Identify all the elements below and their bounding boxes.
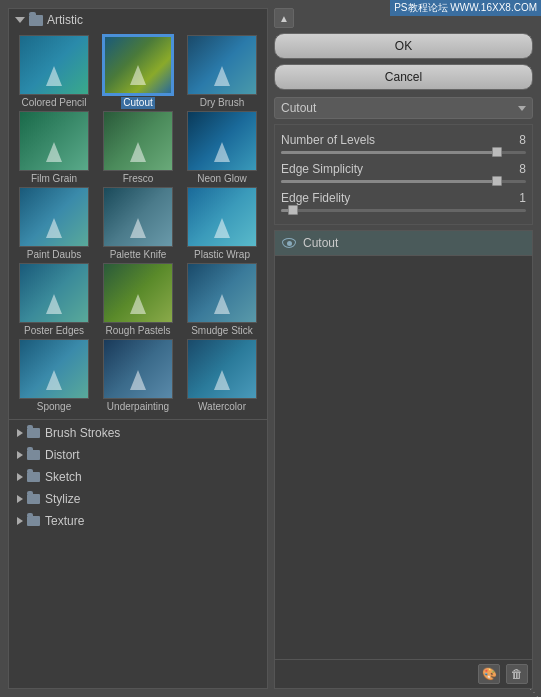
- divider: [9, 419, 267, 420]
- slider-value-1: 8: [506, 162, 526, 176]
- layer-row: Cutout: [275, 231, 532, 256]
- slider-wrapper-0: Number of Levels8: [281, 131, 526, 160]
- category-list: Brush StrokesDistortSketchStylizeTexture: [9, 422, 267, 532]
- dropdown-arrow-icon: [518, 106, 526, 111]
- slider-row-1: Edge Simplicity8: [281, 160, 526, 178]
- category-item-distort[interactable]: Distort: [9, 444, 267, 466]
- slider-track-0[interactable]: [281, 151, 526, 154]
- cancel-button[interactable]: Cancel: [274, 64, 533, 90]
- delete-effect-button[interactable]: 🗑: [506, 664, 528, 684]
- slider-name-1: Edge Simplicity: [281, 162, 502, 176]
- slider-fill-1: [281, 180, 497, 183]
- filter-label-fresco: Fresco: [123, 173, 154, 185]
- category-expand-icon: [17, 429, 23, 437]
- filter-label-plastic-wrap: Plastic Wrap: [194, 249, 250, 261]
- filter-thumb-palette-knife: [103, 187, 173, 247]
- slider-row-2: Edge Fidelity1: [281, 189, 526, 207]
- category-expand-icon: [17, 451, 23, 459]
- watermark-text: PS教程论坛 WWW.16XX8.COM: [394, 2, 537, 13]
- filter-thumb-rough-pastels: [103, 263, 173, 323]
- category-item-texture[interactable]: Texture: [9, 510, 267, 532]
- slider-wrapper-1: Edge Simplicity8: [281, 160, 526, 189]
- expand-icon: ▲: [279, 13, 289, 24]
- filter-thumb-neon-glow: [187, 111, 257, 171]
- bottom-toolbar: 🎨 🗑: [275, 659, 532, 688]
- category-label-sketch: Sketch: [45, 470, 82, 484]
- slider-track-container-0[interactable]: [281, 149, 526, 160]
- layer-section: Cutout 🎨 🗑: [274, 230, 533, 689]
- slider-thumb-0[interactable]: [492, 147, 502, 157]
- filter-item-cutout[interactable]: Cutout: [97, 35, 179, 109]
- slider-track-container-2[interactable]: [281, 207, 526, 218]
- layer-label: Cutout: [303, 236, 526, 250]
- slider-name-2: Edge Fidelity: [281, 191, 502, 205]
- add-effect-icon: 🎨: [482, 667, 497, 681]
- category-expand-icon: [17, 473, 23, 481]
- filter-thumb-watercolor: [187, 339, 257, 399]
- filter-thumb-plastic-wrap: [187, 187, 257, 247]
- slider-row-0: Number of Levels8: [281, 131, 526, 149]
- category-item-sketch[interactable]: Sketch: [9, 466, 267, 488]
- slider-value-2: 1: [506, 191, 526, 205]
- filter-item-rough-pastels[interactable]: Rough Pastels: [97, 263, 179, 337]
- slider-track-1[interactable]: [281, 180, 526, 183]
- filter-label-film-grain: Film Grain: [31, 173, 77, 185]
- slider-value-0: 8: [506, 133, 526, 147]
- artistic-section-header[interactable]: Artistic: [9, 9, 267, 31]
- delete-effect-icon: 🗑: [511, 667, 523, 681]
- filter-label-paint-daubs: Paint Daubs: [27, 249, 81, 261]
- eye-icon: [282, 238, 296, 248]
- params-area: Number of Levels8Edge Simplicity8Edge Fi…: [274, 124, 533, 225]
- filter-item-sponge[interactable]: Sponge: [13, 339, 95, 413]
- expand-triangle-icon: [15, 17, 25, 23]
- slider-name-0: Number of Levels: [281, 133, 502, 147]
- filter-item-film-grain[interactable]: Film Grain: [13, 111, 95, 185]
- filter-label-neon-glow: Neon Glow: [197, 173, 246, 185]
- filter-label-underpainting: Underpainting: [107, 401, 169, 413]
- filter-thumb-film-grain: [19, 111, 89, 171]
- category-item-brush-strokes[interactable]: Brush Strokes: [9, 422, 267, 444]
- slider-track-2[interactable]: [281, 209, 526, 212]
- filter-label-palette-knife: Palette Knife: [110, 249, 167, 261]
- filter-grid: Colored PencilCutoutDry BrushFilm GrainF…: [9, 31, 267, 417]
- category-label-texture: Texture: [45, 514, 84, 528]
- filter-thumb-poster-edges: [19, 263, 89, 323]
- filter-item-underpainting[interactable]: Underpainting: [97, 339, 179, 413]
- filter-item-poster-edges[interactable]: Poster Edges: [13, 263, 95, 337]
- filter-item-watercolor[interactable]: Watercolor: [181, 339, 263, 413]
- slider-thumb-1[interactable]: [492, 176, 502, 186]
- slider-track-container-1[interactable]: [281, 178, 526, 189]
- filter-thumb-cutout: [103, 35, 173, 95]
- expand-collapse-button[interactable]: ▲: [274, 8, 294, 28]
- ok-button[interactable]: OK: [274, 33, 533, 59]
- dropdown-label: Cutout: [281, 101, 518, 115]
- filter-item-smudge-stick[interactable]: Smudge Stick: [181, 263, 263, 337]
- filter-thumb-smudge-stick: [187, 263, 257, 323]
- layer-visibility-toggle[interactable]: [281, 236, 297, 250]
- filter-item-palette-knife[interactable]: Palette Knife: [97, 187, 179, 261]
- artistic-label: Artistic: [47, 13, 83, 27]
- filter-item-colored-pencil[interactable]: Colored Pencil: [13, 35, 95, 109]
- filter-label-rough-pastels: Rough Pastels: [105, 325, 170, 337]
- filter-label-cutout: Cutout: [121, 97, 154, 109]
- filter-item-paint-daubs[interactable]: Paint Daubs: [13, 187, 95, 261]
- filter-thumb-colored-pencil: [19, 35, 89, 95]
- resize-handle[interactable]: [529, 685, 539, 695]
- filter-thumb-fresco: [103, 111, 173, 171]
- filter-item-plastic-wrap[interactable]: Plastic Wrap: [181, 187, 263, 261]
- filter-item-fresco[interactable]: Fresco: [97, 111, 179, 185]
- add-effect-button[interactable]: 🎨: [478, 664, 500, 684]
- category-item-stylize[interactable]: Stylize: [9, 488, 267, 510]
- slider-fill-0: [281, 151, 497, 154]
- category-label-stylize: Stylize: [45, 492, 80, 506]
- filter-item-neon-glow[interactable]: Neon Glow: [181, 111, 263, 185]
- layer-spacer: [275, 256, 532, 659]
- category-expand-icon: [17, 517, 23, 525]
- filter-label-poster-edges: Poster Edges: [24, 325, 84, 337]
- category-folder-icon: [27, 494, 40, 504]
- category-folder-icon: [27, 450, 40, 460]
- slider-thumb-2[interactable]: [288, 205, 298, 215]
- category-folder-icon: [27, 428, 40, 438]
- filter-item-dry-brush[interactable]: Dry Brush: [181, 35, 263, 109]
- filter-dropdown[interactable]: Cutout: [274, 97, 533, 119]
